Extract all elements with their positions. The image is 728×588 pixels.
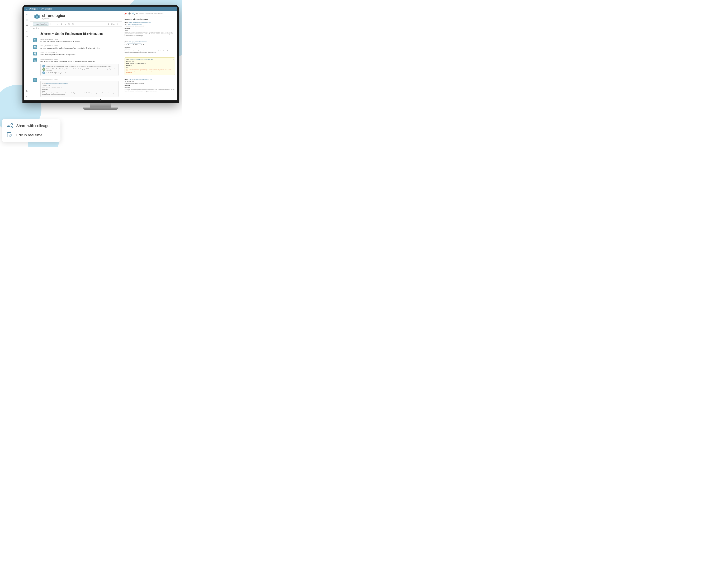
timeline-line <box>35 52 35 58</box>
timeline-dot <box>35 79 36 81</box>
new-chronology-button[interactable]: + New Chronology <box>33 22 49 26</box>
svg-point-3 <box>11 123 13 125</box>
rp-from-row: From: James Smith jamessmith@medca.com <box>125 21 175 23</box>
rp-from-row: From: James Smith jamessmith@medca.com <box>126 59 173 60</box>
main-area: chronologica by safelink + New Chronolog… <box>30 11 122 100</box>
breadcrumb: Workspace > Chronologies <box>29 8 52 10</box>
sidebar-icon-list[interactable]: ≡ <box>25 29 28 33</box>
screen-inner: ⌂ Workspace > Chronologies ⌂ 📄 ☰ ≡ ⚙ ↻ » <box>24 6 177 100</box>
rp-email-block: From: John Johnson johnjohnson@medca.com… <box>125 79 175 92</box>
event-text: First accounts of age-discriminatory beh… <box>40 60 119 63</box>
rp-icon-pin[interactable]: 📌 <box>124 13 127 15</box>
edit-icon <box>6 132 13 139</box>
timeline-line <box>35 58 35 79</box>
redo-button[interactable]: ↪ <box>56 23 59 26</box>
app-logo-icon <box>34 13 40 20</box>
month-label: Month <box>33 27 37 29</box>
email-to: Jane Doe <box>44 84 50 86</box>
chat-card: S Smith (11:43 AM): Hey Mark, can you go… <box>40 64 119 76</box>
email-from-email: jamessmith@medca.com <box>54 82 68 84</box>
svg-point-4 <box>7 125 9 127</box>
toolbar-separator <box>50 23 50 25</box>
avatar: S <box>42 71 45 74</box>
rp-email-block: From: Jane Doe janedoe@medca.com To: jam… <box>125 40 175 54</box>
rp-icon-settings[interactable]: ⚙ <box>136 13 138 15</box>
undo-button[interactable]: ↩ <box>52 23 55 26</box>
event-timestamp: 24 Oct, 2022 10:23:00 +00:00 <box>40 78 119 80</box>
timeline-event-content: 3 Aug, 2022 09:00:00 +00:00 Smith assume… <box>40 52 119 56</box>
format-btn-2[interactable]: ≡ <box>64 23 66 25</box>
sidebar-icon-settings[interactable]: ⚙ <box>25 35 28 38</box>
rp-from-row: From: John Johnson johnjohnson@medca.com <box>125 79 175 80</box>
app-tagline: by safelink <box>42 18 65 20</box>
email-salutation: Jane, <box>42 90 116 92</box>
event-text: Johnson receives positive feedback and p… <box>40 47 119 49</box>
rp-to: ProjectTeam@medca.com <box>127 23 142 25</box>
right-panel: 📌 💬 🔍 ⚙ Project Assignments Email Exchan… <box>122 11 177 100</box>
svg-line-6 <box>9 125 11 125</box>
email-to-row: To: Jane Doe <box>42 84 116 86</box>
rp-from-row: From: Jane Doe janedoe@medca.com <box>125 40 175 42</box>
top-nav-bar: ⌂ Workspace > Chronologies <box>24 6 177 11</box>
right-panel-toolbar: 📌 💬 🔍 ⚙ Project Assignments Email Exchan… <box>122 11 177 16</box>
email-subject: Subject: Project Assignments <box>125 18 175 20</box>
monitor: ⌂ Workspace > Chronologies ⌂ 📄 ☰ ≡ ⚙ ↻ » <box>22 5 179 110</box>
rp-email-block-highlighted: ≡ From: James Smith jamessmith@medca.com… <box>125 57 175 75</box>
rp-msg-label: Message: <box>125 46 175 48</box>
rp-icon-chat[interactable]: 💬 <box>128 13 131 15</box>
rp-to-row: To: jamessmith@medca.com <box>125 42 175 44</box>
monitor-foot <box>83 107 118 110</box>
rp-to-row: To: James Smith <box>125 81 175 82</box>
avatar: S <box>42 65 45 68</box>
event-timestamp: 3 Aug, 2022 09:00:00 +00:00 <box>40 52 119 53</box>
email-from-name: James Smith <box>46 82 53 84</box>
app-content: ⌂ 📄 ☰ ≡ ⚙ ↻ » <box>24 11 177 100</box>
share-button[interactable]: Share <box>111 23 115 25</box>
rp-icon-search[interactable]: 🔍 <box>132 13 135 15</box>
email-body: Your experience is appreciated, but we'r… <box>42 92 116 96</box>
rp-divider <box>125 39 175 39</box>
timeline-item: FEB2022 15 Feb, 2022 11:50:00 +00:00 Joh… <box>40 38 119 43</box>
month-dropdown-icon[interactable]: ▾ <box>38 27 39 29</box>
rp-from-name: James Smith jamessmith@medca.com <box>129 21 151 23</box>
timeline-event-content: 24 Oct, 2022 10:23:00 +00:00 From: James… <box>40 78 119 97</box>
format-btn-3[interactable]: ⊞ <box>67 23 70 26</box>
rp-salutation: Hi James, <box>125 48 175 50</box>
rp-from-name: John Johnson johnjohnson@medca.com <box>129 79 152 80</box>
format-btn-4[interactable]: ⊟ <box>71 23 74 26</box>
app-name: chronologica <box>42 14 65 18</box>
sidebar-icon-expand[interactable]: » <box>25 95 28 98</box>
card-item-edit: Edit in real time <box>6 132 56 139</box>
rp-msg-label: Message: <box>126 65 173 66</box>
chat-row: S Smith (11:48 AM): Looking forward to i… <box>42 71 116 74</box>
chrono-content: Johnson v. Smith: Employment Discriminat… <box>30 30 122 100</box>
avatar: M <box>42 68 45 71</box>
rp-from-name: Jane Doe janedoe@medca.com <box>129 40 147 42</box>
timeline-line <box>35 45 35 52</box>
sidebar-icon-refresh[interactable]: ↻ <box>25 89 28 93</box>
rp-to: jamessmith@medca.com <box>127 42 141 44</box>
email-from-row: From: James Smith jamessmith@medca.com <box>42 82 116 84</box>
close-panel-button[interactable]: ✕ <box>116 23 119 26</box>
sidebar-icon-doc[interactable]: 📄 <box>25 18 28 21</box>
rp-search-label: Project Assignments Email Exchan... <box>140 13 175 15</box>
toolbar-right: ⊕ Share ✕ <box>107 23 119 26</box>
rp-date-row: Date: October 24, 2022, 10:42 AM <box>125 82 175 84</box>
card-item-share: Share with colleagues <box>6 123 56 129</box>
rp-salutation: Jane, <box>126 66 173 68</box>
email-date-row: Date: October 24, 2022, 10:35 AM <box>42 86 116 88</box>
sidebar-icon-home[interactable]: ⌂ <box>25 13 28 16</box>
email-card: From: James Smith jamessmith@medca.com T… <box>40 81 119 97</box>
share-icon <box>6 123 13 129</box>
home-icon[interactable]: ⌂ <box>26 7 27 10</box>
email-date: October 24, 2022, 10:35 AM <box>46 86 62 88</box>
rp-body: I'm excited about the project too and wo… <box>125 88 175 92</box>
sidebar-icon-layers[interactable]: ☰ <box>25 24 28 27</box>
zoom-button[interactable]: ⊕ <box>107 23 110 26</box>
event-timestamp: 18 Oct, 2022 11:65:00 +00:00 <box>40 58 119 60</box>
timeline-item: OCT2022 18 Oct, 2022 11:65:00 +00:00 Fir… <box>40 58 119 76</box>
monitor-neck <box>90 103 111 107</box>
event-timestamp: 15 Feb, 2022 11:50:00 +00:00 <box>40 38 119 40</box>
format-btn-1[interactable]: ▦ <box>60 23 63 26</box>
monitor-stand <box>22 103 179 110</box>
